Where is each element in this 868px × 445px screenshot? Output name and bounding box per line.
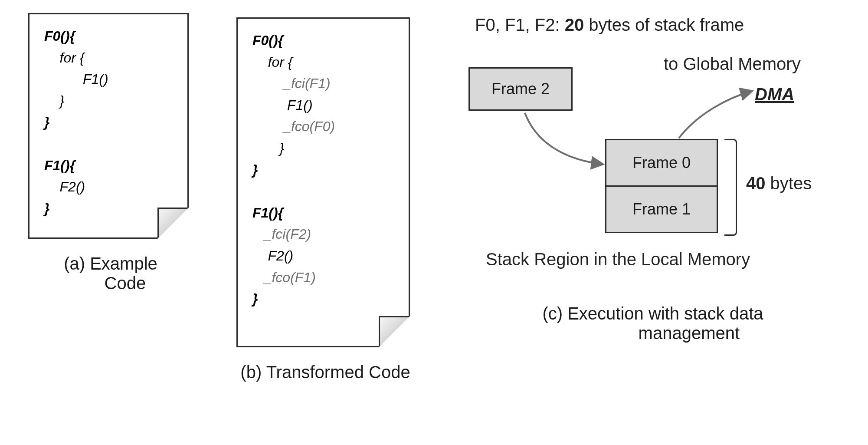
example-code-line: } [44, 112, 176, 133]
example-code-line: } [44, 198, 176, 220]
frame-1-label: Frame 1 [632, 200, 691, 218]
transformed-code-body: F0(){ for { _fci(F1) F1() _fco(F0) }} F1… [252, 30, 397, 310]
frame-0-box: Frame 0 [605, 139, 718, 187]
transformed-code-line: _fco(F1) [252, 267, 397, 289]
figure-root: F0(){ for { F1() }} F1(){ F2()} (a) Exam… [0, 0, 868, 445]
stack-frame-size-text: F0, F1, F2: 20 bytes of stack frame [475, 15, 744, 35]
example-code-doc: F0(){ for { F1() }} F1(){ F2()} [28, 13, 189, 239]
transformed-code-doc: F0(){ for { _fci(F1) F1() _fco(F0) }} F1… [236, 17, 410, 347]
example-code-line: } [44, 90, 176, 112]
transformed-code-line: F1(){ [252, 202, 397, 224]
frame-2-label: Frame 2 [491, 80, 550, 98]
example-code-line: F1() [44, 69, 176, 90]
example-code-line: F1(){ [44, 155, 176, 177]
dma-text: DMA [755, 85, 794, 104]
transformed-code-line: _fco(F0) [252, 116, 397, 138]
frame-2-box: Frame 2 [468, 67, 573, 111]
page-curl-icon [157, 208, 189, 239]
example-code-line: for { [44, 47, 176, 69]
header-num: 20 [565, 15, 584, 34]
to-global-memory-text: to Global Memory [664, 54, 801, 74]
example-code-line: F2() [44, 176, 176, 198]
example-code-line [44, 133, 176, 155]
transformed-code-line [252, 181, 397, 202]
caption-b: (b) Transformed Code [228, 363, 423, 382]
size-text: 40 bytes [746, 174, 812, 193]
header-suffix: bytes of stack frame [584, 15, 744, 34]
dma-label: DMA [755, 85, 794, 104]
transformed-code-line: F2() [252, 245, 397, 267]
transformed-code-line: _fci(F1) [252, 73, 397, 95]
page-curl-icon [379, 316, 410, 347]
arrow-stack-to-dma [679, 91, 751, 138]
transformed-code-line: F1() [252, 95, 397, 116]
transformed-code-line: F0(){ [252, 30, 397, 52]
header-prefix: F0, F1, F2: [475, 15, 565, 34]
caption-c: (c) Execution with stack data management [497, 304, 809, 343]
frame-1-box: Frame 1 [605, 185, 718, 233]
size-bracket [724, 139, 737, 236]
transformed-code-line: for { [252, 52, 397, 73]
stack-region-text: Stack Region in the Local Memory [486, 250, 750, 269]
size-suffix: bytes [766, 174, 812, 193]
caption-a: (a) Example Code [46, 254, 176, 293]
example-code-body: F0(){ for { F1() }} F1(){ F2()} [44, 26, 176, 219]
example-code-line: F0(){ [44, 26, 176, 47]
transformed-code-line: } [252, 138, 397, 159]
transformed-code-line: } [252, 288, 397, 310]
frame-0-label: Frame 0 [632, 154, 691, 172]
size-num: 40 [746, 174, 766, 193]
transformed-code-line: } [252, 159, 397, 181]
transformed-code-line: _fci(F2) [252, 224, 397, 245]
arrow-frame2-to-stack [525, 113, 602, 164]
